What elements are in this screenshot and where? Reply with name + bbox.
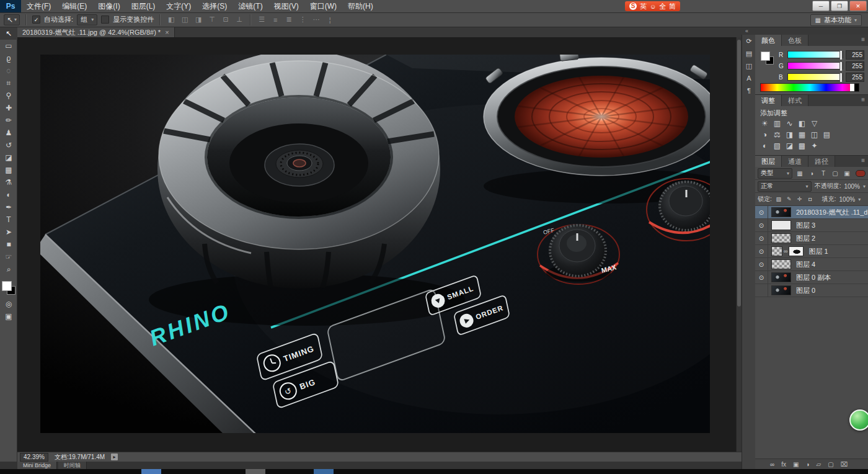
ime-language-toggle[interactable]: 英 — [640, 2, 647, 11]
distribute-top-icon[interactable]: ☰ — [257, 16, 267, 24]
visibility-eye-icon[interactable]: ⊙ — [755, 245, 768, 257]
panel-menu-icon[interactable]: ≡ — [861, 36, 865, 43]
menu-edit[interactable]: 编辑(E) — [56, 0, 92, 12]
mask-link-icon[interactable]: ∞ — [784, 248, 787, 254]
hand-tool[interactable]: ☞ — [0, 251, 17, 263]
collapse-dock-icon[interactable]: « — [745, 28, 748, 34]
ime-emoji-icon[interactable]: ☺ — [650, 3, 656, 10]
layer-thumbnail[interactable] — [771, 246, 782, 256]
vibrance-adjustment-icon[interactable]: ▽ — [810, 119, 819, 128]
foreground-color-swatch[interactable] — [2, 281, 12, 291]
menu-select[interactable]: 选择(S) — [197, 0, 232, 12]
tab-paths[interactable]: 路径 — [808, 156, 835, 167]
delete-layer-icon[interactable]: ⌧ — [841, 461, 848, 468]
path-selection-tool[interactable]: ➤ — [0, 226, 17, 238]
gradient-tool[interactable]: ▩ — [0, 164, 17, 176]
visibility-eye-icon[interactable]: ⊙ — [755, 219, 768, 231]
screen-mode-button[interactable]: ▣ — [0, 310, 17, 323]
filter-pixel-layers-icon[interactable]: ▦ — [795, 170, 804, 177]
blur-tool[interactable]: ⚗ — [0, 176, 17, 189]
lock-transparency-icon[interactable]: ▨ — [775, 196, 782, 202]
menu-help[interactable]: 帮助(H) — [342, 0, 379, 12]
lock-position-icon[interactable]: ✛ — [796, 196, 804, 202]
levels-adjustment-icon[interactable]: ▥ — [773, 119, 782, 128]
layer-thumbnail[interactable] — [771, 233, 791, 243]
link-layers-icon[interactable]: ∞ — [770, 461, 774, 468]
visibility-eye-icon[interactable] — [755, 284, 768, 297]
auto-select-scope-dropdown[interactable]: 组 ▾ — [77, 14, 97, 25]
layer-row[interactable]: ⊙ 20180319-燃气灶 .11_d... — [755, 206, 868, 219]
filter-smart-objects-icon[interactable]: ▣ — [843, 170, 851, 177]
layer-name[interactable]: 图层 3 — [794, 221, 815, 230]
align-vertical-centers-icon[interactable]: ⊡ — [221, 16, 231, 24]
tab-timeline[interactable]: 时间轴 — [58, 462, 87, 469]
pen-tool[interactable]: ✒ — [0, 201, 17, 213]
layer-thumbnail[interactable] — [771, 259, 791, 269]
threshold-adjustment-icon[interactable]: ◪ — [785, 141, 794, 150]
crop-tool[interactable]: ⌗ — [0, 77, 17, 89]
red-value-field[interactable]: 255 — [846, 50, 864, 60]
panel-menu-icon[interactable]: ≡ — [861, 96, 865, 103]
brightness-contrast-adjustment-icon[interactable]: ☀ — [760, 119, 769, 128]
color-picker-swatch[interactable] — [760, 51, 775, 66]
distribute-horizontal-centers-icon[interactable]: ⋯ — [311, 16, 321, 24]
menu-filter[interactable]: 滤镜(T) — [232, 0, 268, 12]
clone-stamp-tool[interactable]: ♟ — [0, 127, 17, 139]
menu-type[interactable]: 文字(Y) — [161, 0, 197, 12]
show-transform-checkbox[interactable] — [101, 16, 109, 24]
windows-taskbar[interactable] — [0, 469, 868, 474]
status-options-icon[interactable]: ▸ — [111, 454, 118, 460]
green-value-field[interactable]: 255 — [846, 61, 864, 71]
layer-row[interactable]: ⊙ 图层 3 — [755, 219, 868, 232]
notification-bubble[interactable] — [849, 409, 868, 431]
close-button[interactable]: ✕ — [849, 1, 867, 11]
layer-name[interactable]: 图层 0 副本 — [794, 273, 831, 282]
red-slider[interactable] — [787, 51, 843, 58]
align-top-edges-icon[interactable]: ⊤ — [207, 16, 217, 24]
menu-window[interactable]: 窗口(W) — [304, 0, 342, 12]
filter-type-layers-icon[interactable]: T — [819, 170, 828, 177]
color-balance-adjustment-icon[interactable]: ⚖ — [773, 130, 782, 139]
distribute-bottom-icon[interactable]: ≣ — [284, 16, 294, 24]
workspace-switcher[interactable]: ▦ 基本功能 ▾ — [810, 14, 862, 26]
blue-slider[interactable] — [787, 73, 843, 81]
lock-all-icon[interactable]: ◘ — [807, 196, 814, 202]
tab-swatches[interactable]: 色板 — [782, 35, 808, 46]
paragraph-panel-icon[interactable]: ¶ — [742, 84, 756, 97]
channel-mixer-adjustment-icon[interactable]: ◫ — [810, 130, 819, 139]
black-white-adjustment-icon[interactable]: ◨ — [785, 130, 794, 139]
slider-handle[interactable] — [839, 50, 843, 60]
quick-mask-button[interactable]: ◎ — [0, 298, 17, 310]
move-tool[interactable]: ↖ — [0, 27, 17, 40]
character-panel-icon[interactable]: A — [742, 72, 756, 84]
ime-bar[interactable]: S 英 ☺ 全 简 — [625, 1, 680, 11]
distribute-vertical-centers-icon[interactable]: ≡ — [270, 16, 280, 24]
visibility-eye-icon[interactable]: ⊙ — [755, 206, 768, 218]
tab-mini-bridge[interactable]: Mini Bridge — [17, 462, 57, 469]
layer-thumbnail[interactable] — [771, 285, 791, 295]
visibility-eye-icon[interactable]: ⊙ — [755, 232, 768, 244]
layer-name[interactable]: 图层 0 — [794, 286, 815, 295]
properties-panel-icon[interactable]: ▤ — [742, 47, 756, 60]
filter-shape-layers-icon[interactable]: ▢ — [831, 170, 839, 177]
slider-handle[interactable] — [839, 61, 843, 71]
healing-brush-tool[interactable]: ✚ — [0, 102, 17, 114]
tab-adjustments[interactable]: 调整 — [755, 95, 782, 106]
distribute-right-icon[interactable]: ¦ — [325, 16, 335, 24]
filter-type-dropdown[interactable]: 类型 ▾ — [758, 168, 792, 179]
color-swatches[interactable] — [0, 279, 17, 298]
ime-simplified-toggle[interactable]: 简 — [669, 2, 676, 11]
layer-row[interactable]: ⊙ 图层 4 — [755, 258, 868, 271]
maximize-button[interactable]: ❐ — [831, 1, 848, 11]
color-spectrum-bar[interactable] — [760, 83, 859, 92]
slider-handle[interactable] — [839, 73, 843, 83]
quick-selection-tool[interactable]: ◌ — [0, 65, 17, 77]
new-group-icon[interactable]: ▱ — [816, 461, 821, 468]
eyedropper-tool[interactable]: ⚲ — [0, 89, 17, 102]
layer-thumbnail[interactable] — [771, 207, 791, 217]
document-canvas[interactable]: OFF MAX SMALL — [40, 55, 710, 433]
blue-value-field[interactable]: 255 — [846, 73, 864, 82]
tab-color[interactable]: 颜色 — [755, 35, 782, 46]
marquee-tool[interactable]: ▭ — [0, 40, 17, 52]
layer-name[interactable]: 图层 1 — [807, 247, 828, 256]
